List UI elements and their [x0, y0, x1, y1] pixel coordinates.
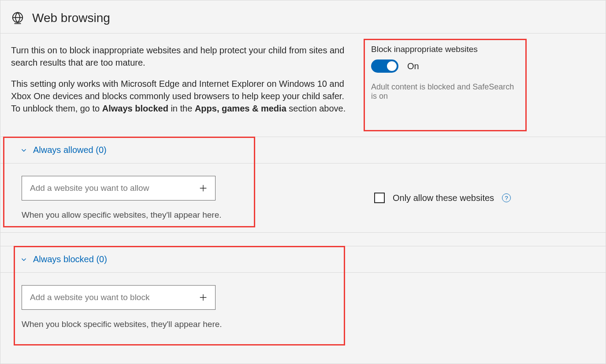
toggle-column: Block inappropriate websites On Adult co…: [368, 44, 527, 131]
plus-icon[interactable]: [198, 183, 208, 193]
intro-p2-bold-1: Always blocked: [102, 104, 168, 113]
intro-text-column: Turn this on to block inappropriate webs…: [11, 44, 350, 131]
intro-row: Turn this on to block inappropriate webs…: [0, 33, 606, 131]
only-allow-row: Only allow these websites ?: [374, 176, 533, 220]
always-blocked-header[interactable]: Always blocked (0): [0, 246, 606, 273]
allow-hint: When you allow specific websites, they'l…: [22, 210, 348, 220]
intro-p2-mid: in the: [168, 104, 195, 113]
block-toggle-state: On: [407, 61, 419, 71]
allow-website-input-wrap[interactable]: [22, 176, 216, 201]
block-website-input-wrap[interactable]: [22, 285, 216, 310]
block-toggle-subtitle: Adult content is blocked and SafeSearch …: [371, 82, 519, 101]
only-allow-checkbox[interactable]: [374, 193, 385, 203]
always-allowed-label: Always allowed (0): [33, 145, 107, 155]
block-toggle-switch[interactable]: [371, 59, 398, 73]
always-blocked-body: When you block specific websites, they'l…: [0, 273, 606, 342]
toggle-knob: [387, 61, 397, 71]
globe-icon: [11, 11, 24, 25]
chevron-down-icon: [20, 146, 28, 154]
section-header: Web browsing: [0, 0, 606, 33]
blocked-right-spacer: [374, 285, 533, 329]
plus-icon[interactable]: [198, 293, 208, 302]
always-allowed-body: When you allow specific websites, they'l…: [0, 163, 606, 233]
intro-p2-bold-2: Apps, games & media: [195, 104, 286, 113]
help-icon[interactable]: ?: [502, 193, 511, 202]
allow-website-input[interactable]: [29, 183, 198, 193]
always-allowed-section: Always allowed (0) When you allow specif…: [0, 137, 606, 233]
intro-paragraph-1: Turn this on to block inappropriate webs…: [11, 44, 350, 69]
always-blocked-label: Always blocked (0): [33, 254, 107, 264]
always-blocked-left: When you block specific websites, they'l…: [22, 285, 348, 329]
block-hint: When you block specific websites, they'l…: [22, 319, 348, 329]
block-toggle-row: On: [371, 59, 519, 73]
section-title: Web browsing: [32, 11, 110, 25]
block-toggle-highlight: Block inappropriate websites On Adult co…: [364, 39, 527, 131]
block-toggle-title: Block inappropriate websites: [371, 45, 519, 54]
always-blocked-section: Always blocked (0) When you block specif…: [0, 246, 606, 342]
block-toggle-card: Block inappropriate websites On Adult co…: [369, 45, 521, 101]
intro-paragraph-2: This setting only works with Microsoft E…: [11, 78, 350, 115]
block-website-input[interactable]: [29, 292, 198, 303]
only-allow-label: Only allow these websites: [393, 193, 494, 203]
web-browsing-settings: Web browsing Turn this on to block inapp…: [0, 0, 606, 364]
chevron-down-icon: [20, 256, 28, 264]
always-allowed-left: When you allow specific websites, they'l…: [22, 176, 348, 220]
intro-p2-suffix: section above.: [286, 104, 346, 113]
always-allowed-header[interactable]: Always allowed (0): [0, 137, 606, 163]
